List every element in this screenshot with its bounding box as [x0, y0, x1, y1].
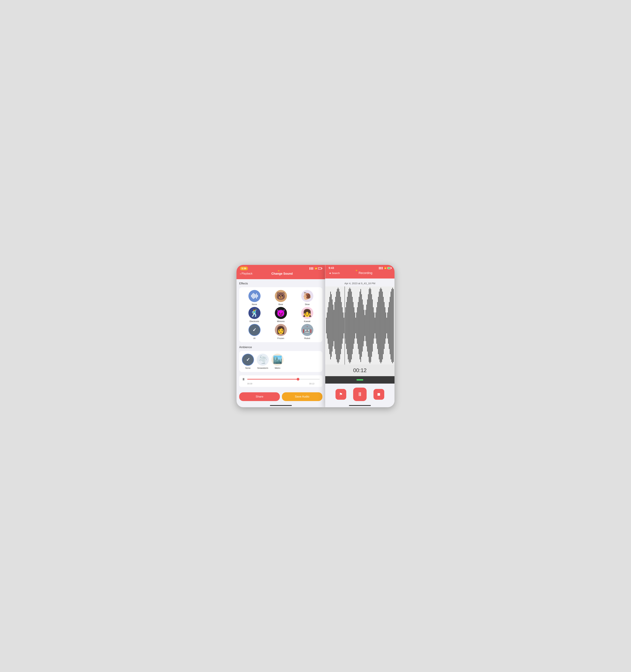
pause-button[interactable]: ⏸	[353, 388, 367, 401]
svg-rect-1	[326, 318, 326, 333]
svg-rect-49	[366, 305, 367, 346]
effect-bear[interactable]: 🐻 Bear	[268, 290, 293, 306]
svg-rect-53	[370, 288, 370, 363]
effect-frozen-label: Frozen	[277, 337, 284, 339]
search-back-label: Search	[332, 272, 340, 274]
svg-rect-34	[354, 307, 354, 344]
svg-rect-33	[353, 302, 354, 349]
svg-rect-81	[393, 289, 394, 362]
stop-button[interactable]: ⏹	[373, 389, 384, 400]
svg-rect-41	[360, 292, 360, 359]
effects-section-title: Effects	[239, 282, 322, 285]
svg-rect-6	[330, 292, 331, 359]
svg-rect-13	[336, 292, 337, 359]
effect-slow-label: Slow	[305, 303, 310, 306]
svg-rect-16	[339, 289, 339, 362]
effect-kawaii[interactable]: 👧 Kawaii	[295, 307, 320, 322]
effect-slow-circle: 🐌	[301, 290, 313, 302]
battery-icon	[318, 267, 322, 269]
svg-rect-25	[346, 302, 347, 349]
svg-rect-63	[378, 297, 379, 354]
effect-slow[interactable]: 🐌 Slow	[295, 290, 320, 306]
effect-robot-circle: 🤖	[301, 324, 313, 336]
pause-small-button[interactable]: ⏸	[242, 377, 245, 381]
svg-rect-51	[368, 294, 368, 357]
effect-none[interactable]: None	[242, 290, 267, 306]
ambience-metro-circle: 🏙️	[271, 354, 284, 366]
ambience-none[interactable]: ✓ None	[242, 354, 254, 369]
effect-ai[interactable]: ✓ AI	[242, 324, 267, 339]
snowstorm-emoji: 🌪️	[258, 355, 267, 364]
left-screen: 5:59 ▌▌▌ 📶 ‹ Playback Change Sound Ef	[237, 265, 325, 407]
svg-rect-64	[379, 292, 379, 359]
frozen-emoji: 👩	[276, 326, 285, 334]
svg-rect-8	[332, 299, 333, 352]
effect-electronic[interactable]: 🕺 Electronic	[242, 307, 267, 322]
left-status-bar: 5:59 ▌▌▌ 📶	[240, 265, 322, 271]
playback-bar: ⏸ 00:09 00:13	[239, 375, 322, 387]
svg-rect-74	[387, 312, 388, 338]
start-time: 00:09	[247, 383, 252, 385]
effect-minions[interactable]: 😈 Minions	[268, 307, 293, 322]
effect-electronic-circle: 🕺	[248, 307, 261, 319]
search-back-chevron-icon: ◄	[329, 272, 331, 274]
effect-kawaii-label: Kawaii	[304, 320, 310, 322]
svg-rect-38	[357, 307, 358, 344]
metro-emoji: 🏙️	[273, 355, 282, 364]
effect-none-circle	[248, 290, 261, 302]
svg-rect-17	[340, 292, 340, 359]
svg-rect-55	[371, 294, 372, 357]
svg-rect-68	[382, 292, 383, 359]
svg-rect-14	[337, 289, 338, 362]
effect-electronic-label: Electronic	[250, 320, 259, 322]
pause-icon: ⏸	[357, 391, 363, 397]
effect-kawaii-circle: 👧	[301, 307, 313, 319]
save-audio-button[interactable]: Save Audio	[282, 392, 322, 401]
recording-controls: ⚑ ⏸ ⏹	[325, 384, 394, 405]
svg-rect-44	[362, 299, 363, 352]
flag-icon: ⚑	[339, 392, 343, 397]
svg-rect-59	[375, 318, 375, 333]
status-time: 5:59	[240, 267, 248, 270]
back-label: Playback	[242, 272, 252, 275]
svg-rect-78	[391, 292, 391, 359]
checkmark-icon: ✓	[252, 327, 256, 333]
svg-rect-4	[329, 302, 329, 349]
search-back-button[interactable]: ◄ Search	[329, 272, 340, 274]
right-nav: ◄ Search Recording	[329, 271, 391, 276]
effect-robot[interactable]: 🤖 Robot	[295, 324, 320, 339]
back-button[interactable]: ‹ Playback	[240, 272, 252, 275]
timer-display: 00:12	[325, 365, 394, 376]
svg-rect-61	[377, 307, 377, 344]
robot-emoji: 🤖	[302, 326, 312, 334]
progress-track[interactable]	[247, 379, 320, 380]
svg-rect-57	[373, 307, 373, 344]
ambience-snowstorm[interactable]: 🌪️ Snowstorm	[257, 354, 269, 369]
level-bar-container	[325, 376, 394, 384]
kawaii-emoji: 👧	[302, 309, 312, 317]
svg-rect-37	[356, 312, 357, 338]
ambience-metro[interactable]: 🏙️ Metro	[271, 354, 284, 369]
flag-button[interactable]: ⚑	[336, 389, 346, 400]
back-chevron-icon: ‹	[240, 272, 241, 275]
svg-rect-7	[331, 294, 332, 357]
effect-frozen-circle: 👩	[275, 324, 287, 336]
svg-rect-46	[364, 310, 364, 341]
wifi-icon: 📶	[315, 267, 317, 270]
playback-controls: ⏸	[242, 377, 320, 381]
page-title: Change Sound	[252, 272, 312, 275]
share-button[interactable]: Share	[239, 392, 280, 401]
svg-rect-72	[386, 312, 386, 338]
ambience-section-title: Ambience	[239, 345, 322, 349]
right-wifi-icon: 📶	[384, 267, 387, 269]
svg-rect-20	[342, 307, 343, 344]
svg-rect-11	[335, 302, 335, 349]
svg-rect-70	[384, 302, 384, 349]
svg-rect-58	[374, 312, 374, 338]
right-status-icons: ▌▌▌ 📶	[379, 267, 391, 269]
signal-icon: ▌▌▌	[310, 267, 314, 270]
stop-icon: ⏹	[377, 392, 381, 397]
recording-date: Apr 4, 2023 at 9_43_18 PM	[325, 279, 394, 286]
effect-frozen[interactable]: 👩 Frozen	[268, 324, 293, 339]
progress-fill	[247, 379, 298, 380]
